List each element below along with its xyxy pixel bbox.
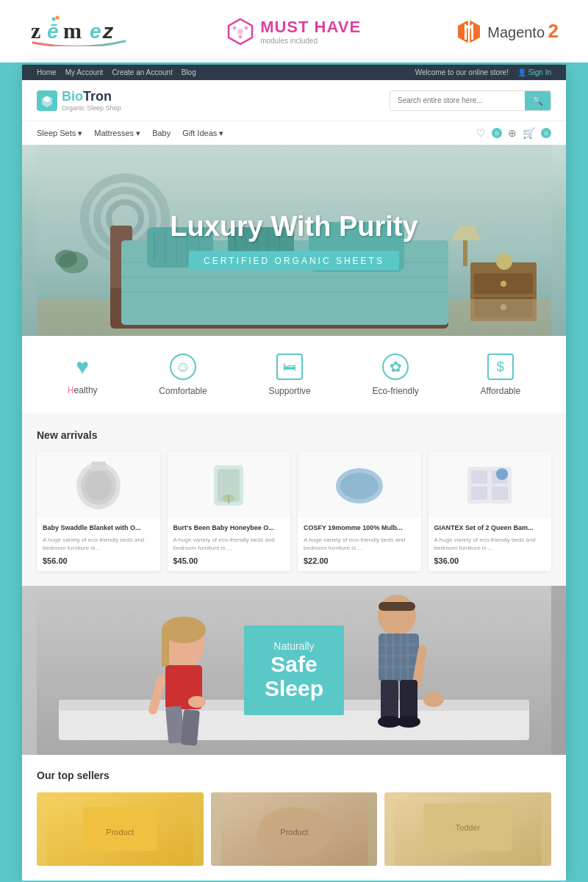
products-grid: Baby Swaddle Blanket with O... A huge va… (37, 452, 551, 571)
product-img-1 (37, 452, 160, 518)
seller-img-3: Todder (384, 792, 551, 866)
product-price-1: $56.00 (43, 556, 154, 565)
search-button[interactable]: 🔍 (525, 91, 551, 110)
nav-mattresses[interactable]: Mattresses ▾ (94, 129, 140, 138)
product-price-4: $36.00 (434, 556, 546, 565)
cart-icon[interactable]: 🛒 (523, 127, 535, 139)
svg-rect-57 (471, 470, 487, 484)
dollar-icon: $ (487, 354, 514, 380)
feature-affordable: $ Affordable (481, 354, 521, 396)
seller-img-1: Product (37, 792, 204, 866)
smile-icon: ☺ (170, 354, 196, 380)
product-img-2 (168, 452, 291, 518)
svg-rect-84 (381, 680, 398, 720)
product-info-3: COSFY 19momme 100% Mulb... A huge variet… (298, 518, 421, 571)
logo-tagline: Organic Sleep Shop (62, 104, 121, 112)
product-card-1[interactable]: Baby Swaddle Blanket with O... A huge va… (37, 452, 160, 571)
product-info-1: Baby Swaddle Blanket with O... A huge va… (37, 518, 160, 571)
nav-home[interactable]: Home (37, 68, 57, 76)
magento-icon (455, 18, 483, 46)
signin-link[interactable]: 👤Sign In (517, 68, 551, 76)
product-img-3 (298, 452, 421, 518)
pillow-illustration (334, 465, 385, 506)
top-sellers-title: Our top sellers (37, 770, 551, 781)
nav-my-account[interactable]: My Account (65, 68, 104, 76)
heart-icon: ♥ (76, 354, 89, 379)
search-input[interactable] (390, 92, 525, 109)
product-card-3[interactable]: COSFY 19momme 100% Mulb... A huge variet… (298, 452, 421, 571)
svg-text:Todder: Todder (456, 823, 481, 832)
top-sellers-grid: Product Product (37, 792, 551, 866)
nav-gift-ideas[interactable]: Gift Ideas ▾ (182, 129, 223, 138)
wishlist-icon[interactable]: ♡ (476, 127, 486, 139)
svg-rect-60 (492, 487, 508, 500)
safe-sleep-main: SafeSleep (265, 652, 323, 700)
nav-create-account[interactable]: Create an Account (112, 68, 172, 76)
wishlist-badge: 0 (492, 128, 502, 138)
product-desc-4: A huge variety of eco-friendly beds and … (434, 536, 546, 552)
main-nav-links: Sleep Sets ▾ Mattresses ▾ Baby Gift Idea… (37, 129, 223, 138)
compare-icon[interactable]: ⊕ (508, 127, 517, 139)
feature-healthy: ♥ Healthy (68, 354, 98, 395)
svg-rect-49 (91, 462, 106, 470)
seller-card-2[interactable]: Product (211, 792, 378, 866)
new-arrivals-section: New arrivals Baby Swaddle Blanket with O… (22, 415, 566, 586)
svg-point-2 (52, 18, 56, 21)
feature-eco-label: Eco-friendly (373, 386, 419, 396)
svg-rect-73 (379, 602, 415, 611)
magento-label: Magento (487, 24, 545, 40)
product-card-2[interactable]: Burt's Been Baby Honeybee O... A huge va… (168, 452, 291, 571)
feature-comfortable: ☺ Comfortable (159, 354, 207, 396)
store-logo[interactable]: BioTron Organic Sleep Shop (37, 89, 121, 112)
product-img-4 (429, 452, 552, 518)
search-bar[interactable]: 🔍 (390, 90, 551, 111)
top-sellers-section: Our top sellers Product (22, 755, 566, 881)
nav-icons: ♡ 0 ⊕ 🛒 0 (476, 127, 551, 139)
duvet-illustration (464, 459, 515, 511)
svg-point-48 (85, 471, 112, 501)
svg-point-21 (501, 281, 506, 287)
feature-supportive: 🛏 Supportive (268, 354, 310, 396)
musthave-label: MUST HAVE (260, 18, 361, 37)
nav-blog[interactable]: Blog (182, 68, 196, 76)
svg-point-10 (245, 26, 248, 29)
zemes-logo: z ē m e z (29, 13, 132, 49)
svg-point-8 (237, 29, 243, 35)
svg-rect-85 (400, 680, 417, 720)
seller-card-3[interactable]: Todder (384, 792, 551, 866)
svg-point-3 (56, 16, 60, 20)
nav-baby[interactable]: Baby (152, 129, 171, 137)
svg-rect-59 (471, 487, 487, 500)
zemes-logo-wrap: z ē m e z (29, 13, 132, 49)
svg-text:z: z (31, 18, 40, 43)
product-desc-3: A huge variety of eco-friendly beds and … (304, 536, 415, 552)
product-desc-2: A huge variety of eco-friendly beds and … (173, 536, 285, 552)
hero-subtitle: CERTIFIED ORGANIC SHEETS (189, 251, 399, 270)
svg-text:z: z (102, 20, 114, 43)
svg-point-83 (423, 692, 444, 707)
seller-card-1[interactable]: Product (37, 792, 204, 866)
svg-point-55 (340, 473, 379, 499)
feature-healthy-label: Healthy (68, 385, 98, 395)
feature-affordable-label: Affordable (481, 386, 521, 396)
top-nav-links: Home My Account Create an Account Blog (37, 68, 196, 76)
musthave-sub: modules included (260, 37, 361, 45)
product-card-4[interactable]: GIANTEX Set of 2 Queen Bam... A huge var… (429, 452, 552, 571)
product-name-3: COSFY 19momme 100% Mulb... (304, 524, 415, 533)
product-name-1: Baby Swaddle Blanket with O... (43, 524, 154, 533)
blanket-illustration (73, 458, 124, 513)
main-nav: Sleep Sets ▾ Mattresses ▾ Baby Gift Idea… (22, 121, 566, 145)
logo-icon (37, 90, 57, 111)
svg-rect-71 (181, 709, 200, 746)
nav-sleep-sets[interactable]: Sleep Sets ▾ (37, 129, 82, 138)
bed-icon: 🛏 (276, 354, 303, 380)
new-arrivals-title: New arrivals (37, 429, 551, 441)
safe-sleep-banner: Naturally SafeSleep (22, 586, 566, 755)
svg-text:m: m (63, 18, 82, 43)
magento-logo: Magento 2 (455, 18, 559, 46)
swaddle-illustration (207, 458, 251, 513)
cart-badge: 0 (541, 128, 551, 138)
svg-text:Product: Product (280, 828, 308, 836)
hero-banner: Luxury With Purity CERTIFIED ORGANIC SHE… (22, 145, 566, 336)
product-name-4: GIANTEX Set of 2 Queen Bam... (434, 524, 546, 533)
